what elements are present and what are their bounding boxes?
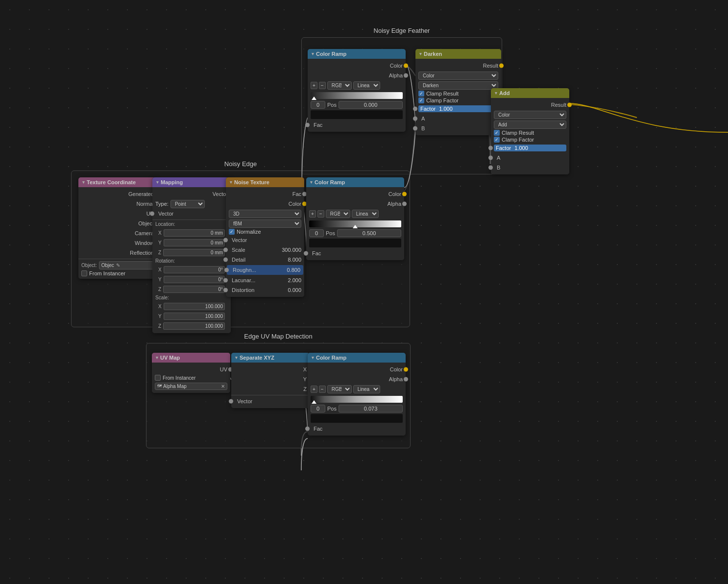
cruv-mode-dropdown[interactable]: Linear [353,385,380,393]
cr1-color-socket[interactable] [402,192,407,196]
noise-lacunarity-value[interactable]: 2.000 [288,277,301,283]
node-darken[interactable]: ▾ Darken Result Color Darken ✓ Clamp Res… [415,49,501,135]
darken-a-socket[interactable] [413,117,417,121]
tc-from-instancer-checkbox[interactable] [81,270,87,276]
node-uv-map[interactable]: ▾ UV Map UV From Instancer 🗺 Alpha Map ✕ [152,353,230,393]
node-header-noise[interactable]: ▾ Noise Texture [226,177,304,187]
noise-detail-socket[interactable] [223,258,228,262]
cr1-pos-num[interactable]: 0 [309,229,324,237]
rot-z-value[interactable]: 0° [163,286,225,293]
node-noise-texture[interactable]: ▾ Noise Texture Fac Color 3D fBM [226,177,304,297]
node-color-ramp-uv[interactable]: ▾ Color Ramp Color Alpha + − RGB Linear [308,353,406,436]
cruv-minus-btn[interactable]: − [319,386,326,393]
noise-scale-socket[interactable] [223,248,228,252]
darken-color-dropdown[interactable]: Color [418,72,498,80]
noise-scale-value[interactable]: 300.000 [282,247,301,253]
cr1-add-btn[interactable]: + [309,210,316,218]
collapse-icon-sep[interactable]: ▾ [235,355,238,360]
node-header-color-ramp-1[interactable]: ▾ Color Ramp [306,177,404,187]
collapse-icon-cr1[interactable]: ▾ [310,180,313,185]
add-factor-value[interactable]: 1.000 [514,145,528,151]
tc-object-field[interactable]: Objec ✎ [99,261,154,269]
add-b-socket[interactable] [488,166,493,170]
noise-distortion-value[interactable]: 0.000 [288,287,301,293]
noise-func-dropdown[interactable]: fBM [229,219,301,228]
cr1-fac-socket[interactable] [304,251,308,256]
noise-roughness-value[interactable]: 0.800 [287,267,300,273]
cruv-pos-value[interactable]: 0.073 [339,405,403,413]
crf-pos-num[interactable]: 0 [311,101,325,109]
darken-clamp-factor-checkbox[interactable]: ✓ [418,97,424,103]
noise-normalize-checkbox[interactable]: ✓ [229,229,235,235]
noise-distortion-socket[interactable] [223,288,228,292]
node-add[interactable]: ▾ Add Result Color Add ✓ Clamp Result [491,88,569,174]
node-color-ramp-feather[interactable]: ▾ Color Ramp Color Alpha + − RGB Linear [308,49,406,132]
add-clamp-result-checkbox[interactable]: ✓ [494,130,500,136]
cruv-ramp-handle[interactable] [312,400,316,404]
cr1-minus-btn[interactable]: − [317,210,324,218]
cruv-add-btn[interactable]: + [311,386,317,393]
node-header-uv-map[interactable]: ▾ UV Map [152,353,230,363]
loc-x-value[interactable]: 0 mm [164,229,225,237]
darken-factor-value[interactable]: 1.000 [439,106,453,112]
crf-color-socket[interactable] [404,64,408,68]
noise-detail-value[interactable]: 8.000 [288,257,301,263]
darken-result-socket[interactable] [499,64,504,68]
cruv-interp-dropdown[interactable]: RGB [327,385,352,393]
collapse-icon-noise[interactable]: ▾ [230,180,232,185]
node-header-cr-uv[interactable]: ▾ Color Ramp [308,353,406,363]
node-separate-xyz[interactable]: ▾ Separate XYZ X Y Z Vector [231,353,310,408]
node-header-mapping[interactable]: ▾ Mapping [152,177,231,187]
node-mapping[interactable]: ▾ Mapping Vector Type: Point Vector Loca… [152,177,231,333]
loc-y-value[interactable]: 0 mm [164,239,225,246]
collapse-icon-mapping[interactable]: ▾ [156,180,159,185]
scale-x-value[interactable]: 100.000 [164,303,225,310]
crf-mode-dropdown[interactable]: Linear [353,81,380,90]
cr1-gradient-bar[interactable] [309,220,401,227]
uv-from-instancer-checkbox[interactable] [155,375,161,381]
node-header-add[interactable]: ▾ Add [491,88,569,98]
darken-factor-socket[interactable] [413,107,417,111]
mapping-vector-in-socket[interactable] [150,212,154,216]
crf-interp-dropdown[interactable]: RGB [327,81,352,90]
collapse-icon-cruv[interactable]: ▾ [312,355,314,360]
cruv-alpha-socket[interactable] [404,377,408,382]
tc-edit-icon[interactable]: ✎ [116,263,120,268]
crf-fac-socket[interactable] [305,123,310,127]
node-header-cr-feather[interactable]: ▾ Color Ramp [308,49,406,59]
rot-y-value[interactable]: 0° [164,276,225,283]
cr1-alpha-socket[interactable] [402,202,407,206]
scale-z-value[interactable]: 100.000 [163,322,225,330]
node-texture-coordinate[interactable]: ▾ Texture Coordinate Generated Normal UV… [78,177,157,279]
cr1-ramp-handle[interactable] [353,225,358,228]
noise-mode-dropdown[interactable]: 3D [229,210,301,218]
add-mode-dropdown[interactable]: Add [494,121,566,129]
add-factor-socket[interactable] [488,146,493,150]
node-header-texture-coordinate[interactable]: ▾ Texture Coordinate [78,177,157,187]
add-clamp-factor-checkbox[interactable]: ✓ [494,137,500,143]
sep-vector-socket[interactable] [229,399,233,404]
darken-b-socket[interactable] [413,126,417,131]
crf-add-btn[interactable]: + [311,82,317,89]
noise-vector-socket[interactable] [223,238,228,243]
darken-mode-dropdown[interactable]: Darken [418,81,498,90]
add-a-socket[interactable] [488,156,493,160]
add-result-socket[interactable] [567,103,572,107]
collapse-icon-darken[interactable]: ▾ [419,51,422,56]
uv-alpha-map-clear[interactable]: ✕ [221,384,225,389]
scale-y-value[interactable]: 100.000 [164,313,225,320]
crf-alpha-socket[interactable] [404,73,408,78]
cruv-gradient-bar[interactable] [311,396,403,403]
uv-alpha-map-field[interactable]: 🗺 Alpha Map ✕ [155,383,227,390]
node-color-ramp-1[interactable]: ▾ Color Ramp Color Alpha + − RGB Linear [306,177,404,260]
add-color-dropdown[interactable]: Color [494,111,566,119]
collapse-icon[interactable]: ▾ [82,180,85,185]
rot-x-value[interactable]: 0° [164,266,225,273]
collapse-icon-uv[interactable]: ▾ [156,355,158,360]
node-header-sep-xyz[interactable]: ▾ Separate XYZ [231,353,310,363]
crf-pos-value[interactable]: 0.000 [339,101,403,109]
cruv-color-socket[interactable] [404,367,408,372]
crf-ramp-handle[interactable] [312,97,316,100]
cr1-interp-dropdown[interactable]: RGB [326,210,350,218]
crf-minus-btn[interactable]: − [319,82,326,89]
